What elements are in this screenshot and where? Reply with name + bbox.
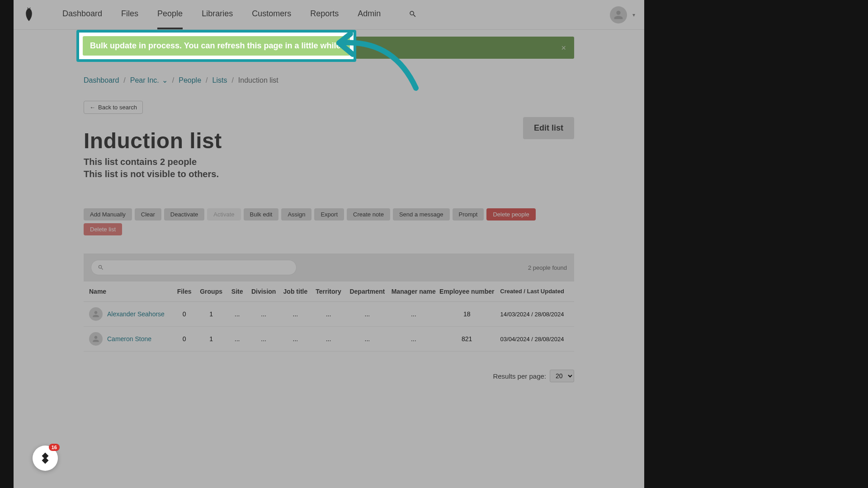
avatar	[89, 307, 103, 321]
nav-files[interactable]: Files	[121, 9, 138, 20]
nav-admin[interactable]: Admin	[358, 9, 381, 20]
nav-items: Dashboard Files People Libraries Custome…	[62, 9, 417, 20]
assign-button[interactable]: Assign	[281, 208, 311, 221]
annotation-highlight: Bulk update in process. You can refresh …	[76, 30, 356, 62]
page-title: Induction list	[84, 128, 574, 153]
header-division[interactable]: Division	[248, 288, 279, 295]
page-subtitle: This list contains 2 people This list is…	[84, 156, 574, 180]
chevron-down-icon: ⌄	[162, 76, 168, 84]
pagination: Results per page: 20	[84, 370, 574, 382]
breadcrumb-org[interactable]: Pear Inc. ⌄	[130, 76, 168, 84]
clear-button[interactable]: Clear	[135, 208, 161, 221]
annotation-arrow-icon	[326, 25, 425, 97]
annotation-text: Bulk update in process. You can refresh …	[90, 41, 343, 50]
table-search-input[interactable]	[91, 260, 297, 275]
deactivate-button[interactable]: Deactivate	[164, 208, 204, 221]
pager-select[interactable]: 20	[550, 370, 574, 382]
header-dates[interactable]: Created / Last Updated	[495, 288, 569, 295]
nav-reports[interactable]: Reports	[310, 9, 339, 20]
table-row[interactable]: Alexander Seahorse 0 1 ... ... ... ... .…	[84, 302, 574, 327]
user-avatar[interactable]	[610, 6, 627, 23]
search-bar-section: 2 people found	[84, 253, 574, 282]
delete-list-button[interactable]: Delete list	[84, 223, 122, 235]
header-files[interactable]: Files	[173, 288, 196, 295]
header-site[interactable]: Site	[226, 288, 248, 295]
breadcrumb-dashboard[interactable]: Dashboard	[84, 76, 119, 84]
chat-icon	[38, 451, 52, 465]
table-header-row: Name Files Groups Site Division Job titl…	[84, 282, 574, 302]
nav-people[interactable]: People	[157, 9, 183, 20]
pager-label: Results per page:	[493, 372, 546, 380]
avatar	[89, 332, 103, 346]
breadcrumb-people[interactable]: People	[179, 76, 201, 84]
nav-libraries[interactable]: Libraries	[202, 9, 233, 20]
breadcrumb-lists[interactable]: Lists	[212, 76, 227, 84]
edit-list-button[interactable]: Edit list	[523, 117, 574, 139]
header-department[interactable]: Department	[346, 288, 389, 295]
activate-button: Activate	[207, 208, 241, 221]
search-icon[interactable]	[409, 10, 417, 20]
bulk-edit-button[interactable]: Bulk edit	[244, 208, 279, 221]
chat-widget[interactable]: 16	[33, 446, 58, 471]
header-name[interactable]: Name	[89, 288, 173, 295]
create-note-button[interactable]: Create note	[347, 208, 390, 221]
prompt-button[interactable]: Prompt	[453, 208, 484, 221]
person-link[interactable]: Alexander Seahorse	[107, 310, 165, 318]
nav-customers[interactable]: Customers	[252, 9, 291, 20]
delete-people-button[interactable]: Delete people	[486, 208, 535, 221]
nav-dashboard[interactable]: Dashboard	[62, 9, 102, 20]
person-link[interactable]: Cameron Stone	[107, 335, 151, 343]
action-buttons: Add Manually Clear Deactivate Activate B…	[84, 208, 574, 235]
header-territory[interactable]: Territory	[311, 288, 346, 295]
breadcrumb-current: Induction list	[238, 76, 278, 84]
back-to-search-button[interactable]: ← Back to search	[84, 101, 143, 114]
search-icon	[98, 264, 104, 271]
arrow-left-icon: ←	[90, 104, 95, 111]
header-jobtitle[interactable]: Job title	[279, 288, 311, 295]
table-row[interactable]: Cameron Stone 0 1 ... ... ... ... ... ..…	[84, 327, 574, 352]
send-message-button[interactable]: Send a message	[393, 208, 450, 221]
logo-pear[interactable]	[23, 7, 35, 23]
header-empnum[interactable]: Employee number	[438, 288, 495, 295]
chat-badge: 16	[49, 444, 60, 451]
header-groups[interactable]: Groups	[196, 288, 226, 295]
export-button[interactable]: Export	[314, 208, 344, 221]
header-manager[interactable]: Manager name	[389, 288, 438, 295]
alert-close-icon[interactable]: ×	[561, 43, 566, 52]
people-table: Name Files Groups Site Division Job titl…	[84, 282, 574, 352]
results-count: 2 people found	[528, 264, 567, 271]
add-manually-button[interactable]: Add Manually	[84, 208, 132, 221]
chevron-down-icon[interactable]: ▾	[632, 12, 635, 18]
